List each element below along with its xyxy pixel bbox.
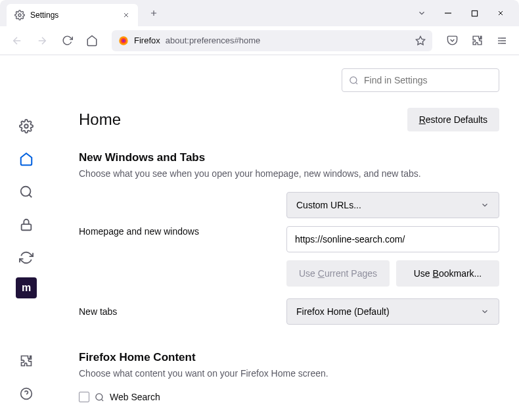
sidebar-item-extensions[interactable]: [13, 348, 39, 374]
tabs-dropdown-button[interactable]: [410, 4, 434, 22]
settings-search-input[interactable]: [342, 68, 499, 92]
svg-point-24: [350, 76, 357, 83]
svg-point-26: [96, 393, 102, 400]
svg-point-19: [21, 187, 31, 197]
back-button[interactable]: [7, 30, 28, 51]
bookmark-star-icon[interactable]: [415, 35, 426, 46]
close-tab-icon[interactable]: [122, 11, 130, 19]
newtabs-label: New tabs: [79, 306, 276, 317]
search-icon: [95, 392, 104, 402]
minimize-button[interactable]: [436, 4, 460, 22]
titlebar: Settings: [0, 0, 519, 26]
gear-icon: [14, 10, 25, 20]
firefox-logo-icon: [118, 35, 129, 46]
urlbar-protocol-label: Firefox: [134, 35, 160, 45]
svg-rect-21: [22, 224, 32, 230]
use-current-pages-button[interactable]: Use Current Pages: [286, 260, 390, 287]
page-title: Home: [79, 110, 121, 129]
restore-defaults-button[interactable]: Restore Defaults: [407, 108, 499, 131]
forward-button[interactable]: [32, 30, 53, 51]
content: m Home Restore Defaults New Windows and …: [0, 55, 519, 420]
homepage-url-input[interactable]: [286, 226, 499, 252]
svg-line-25: [355, 82, 357, 84]
maximize-button[interactable]: [463, 4, 486, 22]
sidebar-item-privacy[interactable]: [13, 212, 39, 238]
svg-point-18: [24, 124, 28, 128]
svg-line-27: [101, 399, 103, 401]
use-bookmark-button[interactable]: Use Bookmark...: [396, 260, 499, 287]
newtabs-select[interactable]: Firefox Home (Default): [286, 298, 499, 325]
websearch-label: Web Search: [110, 392, 160, 402]
svg-marker-14: [416, 36, 424, 45]
sidebar-item-home[interactable]: [13, 146, 39, 172]
svg-rect-6: [472, 11, 477, 16]
new-tab-button[interactable]: [145, 4, 163, 22]
svg-point-13: [122, 39, 125, 42]
svg-point-0: [18, 14, 21, 16]
homepage-label: Homepage and new windows: [79, 192, 276, 237]
sidebar-item-general[interactable]: [13, 113, 39, 139]
section-heading-home-content: Firefox Home Content: [79, 351, 499, 364]
homepage-select[interactable]: Custom URLs...: [286, 192, 499, 218]
browser-tab[interactable]: Settings: [7, 4, 138, 26]
sidebar-item-help[interactable]: [13, 381, 39, 407]
homepage-select-value: Custom URLs...: [296, 200, 361, 210]
home-button[interactable]: [81, 30, 102, 51]
sidebar-item-search[interactable]: [13, 179, 39, 205]
chevron-down-icon: [480, 200, 489, 210]
tab-title: Settings: [30, 11, 58, 20]
urlbar-url-text: about:preferences#home: [166, 35, 261, 45]
svg-line-20: [29, 195, 32, 197]
url-bar[interactable]: Firefox about:preferences#home: [112, 30, 432, 51]
chevron-down-icon: [480, 307, 489, 316]
newtabs-select-value: Firefox Home (Default): [296, 306, 390, 317]
window-controls: [410, 4, 512, 22]
websearch-checkbox[interactable]: [79, 392, 89, 402]
sidebar-item-mozilla[interactable]: m: [16, 277, 37, 298]
section-description-home-content: Choose what content you want on your Fir…: [79, 368, 499, 379]
section-heading-windows-tabs: New Windows and Tabs: [79, 151, 499, 164]
sidebar-item-sync[interactable]: [13, 245, 39, 271]
settings-search-field[interactable]: [364, 75, 492, 85]
pocket-button[interactable]: [441, 30, 463, 51]
main-panel: Home Restore Defaults New Windows and Ta…: [53, 55, 519, 420]
app-menu-button[interactable]: [491, 30, 512, 51]
section-description: Choose what you see when you open your h…: [79, 168, 499, 179]
settings-sidebar: m: [0, 55, 53, 420]
extensions-button[interactable]: [466, 30, 487, 51]
toolbar: Firefox about:preferences#home: [0, 26, 519, 55]
reload-button[interactable]: [56, 30, 78, 51]
close-window-button[interactable]: [489, 4, 512, 22]
